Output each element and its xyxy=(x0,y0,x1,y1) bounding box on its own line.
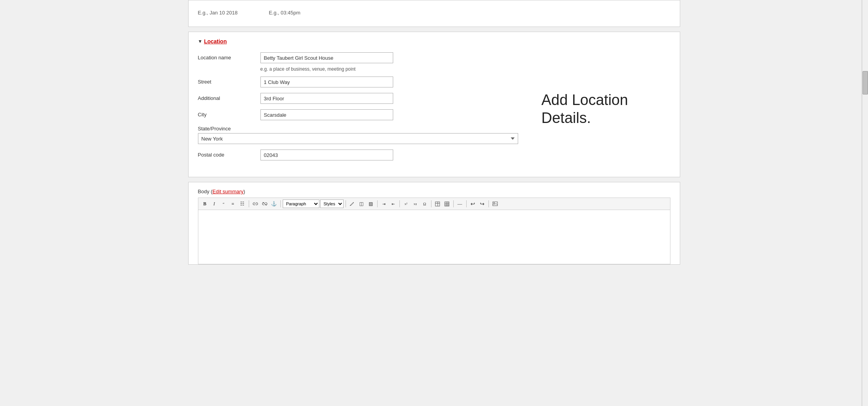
toolbar-image-button[interactable] xyxy=(491,199,499,208)
add-location-promo: Add Location Details. xyxy=(534,52,636,166)
toolbar-indent-button[interactable]: ⇥ xyxy=(380,199,388,208)
toolbar-separator-6 xyxy=(431,200,431,207)
toolbar-table-insert-button[interactable] xyxy=(433,199,442,208)
city-label: City xyxy=(198,109,260,118)
street-input[interactable] xyxy=(260,77,393,87)
additional-row: Additional xyxy=(198,93,518,104)
toolbar-table-edit-button[interactable] xyxy=(443,199,451,208)
location-form: Location name e.g. a place of business, … xyxy=(198,52,518,166)
date-example: E.g., Jan 10 2018 xyxy=(198,10,238,16)
street-row: Street xyxy=(198,77,518,87)
image-icon xyxy=(492,201,498,206)
toolbar-special-char-button[interactable]: Ω xyxy=(421,199,429,208)
toolbar-anchor-button[interactable]: ⚓ xyxy=(270,199,278,208)
svg-point-9 xyxy=(494,203,495,204)
svg-rect-8 xyxy=(493,202,497,206)
toolbar-separator-5 xyxy=(399,200,400,207)
datetime-row: E.g., Jan 10 2018 E.g., 03:45pm xyxy=(198,7,670,19)
body-section: Body (Edit summary) B I “ ≡ ☷ ⚓ xyxy=(188,182,680,265)
city-row: City xyxy=(198,109,518,120)
city-input[interactable] xyxy=(260,109,393,120)
toolbar-separator-8 xyxy=(466,200,467,207)
additional-label: Additional xyxy=(198,93,260,101)
state-select-wrapper: New York California Texas Florida xyxy=(198,133,518,144)
datetime-section: E.g., Jan 10 2018 E.g., 03:45pm xyxy=(188,0,680,27)
paragraph-select[interactable]: Paragraph Heading 1 Heading 2 Heading 3 … xyxy=(283,199,319,208)
toolbar-bold-button[interactable]: B xyxy=(201,199,209,208)
location-content: Location name e.g. a place of business, … xyxy=(198,52,670,166)
time-example: E.g., 03:45pm xyxy=(269,10,300,16)
toolbar-unlink-button[interactable] xyxy=(260,199,269,208)
edit-summary-link[interactable]: Edit summary xyxy=(212,189,243,194)
location-name-row: Location name xyxy=(198,52,518,63)
location-name-label: Location name xyxy=(198,52,260,61)
body-text: Body xyxy=(198,189,210,194)
scrollbar-thumb[interactable] xyxy=(863,71,868,94)
state-label: State/Province xyxy=(198,126,518,132)
svg-rect-3 xyxy=(445,202,449,206)
toolbar-separator-2 xyxy=(280,200,281,207)
toolbar-separator-1 xyxy=(249,200,249,207)
state-row: State/Province New York California Texas… xyxy=(198,126,518,144)
scrollbar-track[interactable] xyxy=(862,0,868,265)
toolbar-table2-button[interactable]: ▨ xyxy=(367,199,375,208)
add-location-line1: Add Location xyxy=(542,91,628,109)
editor-toolbar: B I “ ≡ ☷ ⚓ Paragraph Heading 1 Heading xyxy=(198,198,670,210)
street-label: Street xyxy=(198,77,260,85)
additional-input[interactable] xyxy=(260,93,393,104)
toolbar-separator-4 xyxy=(377,200,378,207)
body-label: Body (Edit summary) xyxy=(198,189,670,194)
add-location-line2: Details. xyxy=(542,109,628,127)
location-section: ▼ Location Location name e.g. a place of… xyxy=(188,32,680,177)
toolbar-undo-button[interactable]: ↩ xyxy=(469,199,477,208)
location-header: ▼ Location xyxy=(198,38,670,45)
collapse-arrow-icon[interactable]: ▼ xyxy=(198,39,203,44)
table-insert-icon xyxy=(435,201,440,207)
state-select[interactable]: New York California Texas Florida xyxy=(198,133,518,144)
toolbar-blockquote-button[interactable]: “ xyxy=(219,199,228,208)
add-location-text: Add Location Details. xyxy=(542,91,628,127)
body-editor-area[interactable] xyxy=(198,210,670,264)
toolbar-sup-button[interactable]: x² xyxy=(402,199,410,208)
toolbar-separator-3 xyxy=(346,200,346,207)
edit-icon xyxy=(349,201,355,207)
toolbar-outdent-button[interactable]: ⇤ xyxy=(389,199,397,208)
postal-row: Postal code xyxy=(198,150,518,160)
toolbar-table-button[interactable]: ◫ xyxy=(357,199,366,208)
postal-label: Postal code xyxy=(198,150,260,158)
location-section-title[interactable]: Location xyxy=(204,38,226,45)
toolbar-separator-9 xyxy=(488,200,489,207)
location-name-input[interactable] xyxy=(260,52,393,63)
toolbar-sub-button[interactable]: x₂ xyxy=(411,199,420,208)
toolbar-link-button[interactable] xyxy=(251,199,260,208)
location-name-hint: e.g. a place of business, venue, meeting… xyxy=(260,66,518,72)
styles-select[interactable]: Styles xyxy=(320,199,344,208)
toolbar-hr-button[interactable]: ― xyxy=(456,199,464,208)
link-icon xyxy=(253,201,258,206)
toolbar-ol-button[interactable]: ☷ xyxy=(238,199,247,208)
toolbar-separator-7 xyxy=(453,200,454,207)
unlink-icon xyxy=(262,201,267,206)
table-edit-icon xyxy=(444,201,449,207)
toolbar-edit-button[interactable] xyxy=(348,199,356,208)
toolbar-redo-button[interactable]: ↪ xyxy=(478,199,487,208)
toolbar-italic-button[interactable]: I xyxy=(210,199,219,208)
postal-input[interactable] xyxy=(260,150,393,160)
toolbar-ul-button[interactable]: ≡ xyxy=(229,199,237,208)
